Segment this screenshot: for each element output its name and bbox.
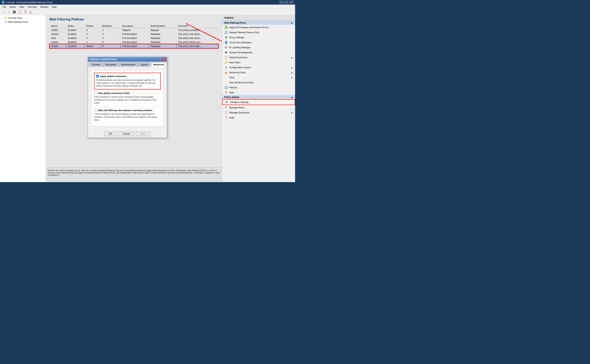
menu-help[interactable]: Help — [50, 5, 58, 9]
action-label-9: Advanced Tools — [229, 71, 245, 74]
wfp-action-item-3[interactable]: 👤 Local Users Manager... — [222, 40, 295, 45]
sidebar: ▷ 📁 Console Root ⊞ Web Filtering Proxy — [0, 15, 46, 182]
wfp-action-item-0[interactable]: ✅ Apply All Changes and Restart Service — [222, 25, 295, 30]
skip-web-filtering-checkbox[interactable] — [94, 109, 97, 111]
ok-button[interactable]: OK — [104, 131, 117, 136]
action-label-6: Global Exclusions — [229, 56, 247, 59]
tab-authentication[interactable]: Authentication — [119, 62, 138, 66]
minimize-button[interactable]: ─ — [279, 1, 283, 4]
settings-dialog: Settings of default Policy ✕ General Dec… — [88, 57, 167, 138]
window-controls[interactable]: ─ □ ✕ — [279, 1, 293, 4]
apply-global-exclusions-section: Apply global exclusions By default globa… — [94, 73, 161, 90]
submenu-arrow-8: ▶ — [291, 66, 293, 69]
action-icon-8: ℹ — [224, 66, 228, 69]
action-label-7: New Policy — [229, 61, 240, 64]
tab-bypass[interactable]: Bypass — [138, 62, 150, 66]
skip-web-filtering-label: Skip web filtering and malware scanning … — [98, 109, 152, 111]
skip-web-filtering-description: If this checkbox is set all web filterin… — [94, 113, 161, 122]
pd-action-icon-2: 📋 — [224, 111, 228, 114]
title-bar-left: 🖥 Console - [Console Root\Web Filtering … — [2, 1, 52, 4]
menu-bar: File Action View Favorites Window Help — [0, 5, 295, 9]
title-bar: 🖥 Console - [Console Root\Web Filtering … — [0, 0, 295, 5]
action-icon-6: 📋 — [224, 56, 228, 59]
wfp-action-item-8[interactable]: ℹ Configuration Guides ▶ — [222, 65, 295, 70]
maximize-button[interactable]: □ — [284, 1, 288, 4]
action-label-0: Apply All Changes and Restart Service — [229, 26, 269, 29]
view-button[interactable]: 🖼 — [12, 10, 17, 14]
cancel-button[interactable]: Cancel — [118, 131, 134, 136]
window-title: Console - [Console Root\Web Filtering Pr… — [6, 1, 52, 4]
action-icon-12: 🔃 — [224, 86, 228, 89]
close-button[interactable]: ✕ — [289, 1, 293, 4]
wfp-action-item-11[interactable]: New Window from Here — [222, 80, 295, 85]
collapse-icon: ▲ — [291, 21, 293, 24]
menu-view[interactable]: View — [18, 5, 26, 9]
pd-action-item-2[interactable]: 📋 Manage Exclusions ▶ — [222, 110, 295, 115]
action-icon-5: ✱ — [224, 51, 228, 54]
action-label-11: New Window from Here — [229, 81, 253, 84]
pd-action-item-1[interactable]: T Manage Rules... — [222, 105, 295, 110]
action-icon-11 — [224, 81, 228, 84]
collapse-icon-2: ▲ — [291, 96, 293, 98]
dialog-buttons: OK Cancel Apply — [88, 130, 167, 138]
apply-global-exclusions-checkbox[interactable] — [96, 75, 99, 78]
action-icon-13: ❓ — [224, 91, 228, 94]
wfp-action-item-2[interactable]: 🖥 Proxy Settings... — [222, 35, 295, 40]
wfp-action-item-4[interactable]: 🏷 IP Labeling Manager... — [222, 45, 295, 50]
pd-action-icon-3: ❓ — [224, 116, 228, 119]
wfp-action-item-12[interactable]: 🔃 Refresh — [222, 85, 295, 90]
action-label-3: Local Users Manager... — [229, 41, 253, 44]
svg-line-1 — [186, 23, 222, 53]
skip-connection-limits-checkbox[interactable] — [94, 92, 97, 94]
dialog-close-button[interactable]: ✕ — [162, 58, 165, 61]
action-label-4: IP Labeling Manager... — [229, 46, 252, 49]
section-divider — [94, 106, 161, 107]
menu-file[interactable]: File — [1, 5, 8, 9]
tab-decryption[interactable]: Decryption — [103, 62, 118, 66]
forward-button[interactable]: → — [6, 10, 11, 14]
console-root-label: Console Root — [8, 17, 22, 19]
wfp-action-item-7[interactable]: 🔑 New Policy — [222, 60, 295, 65]
action-icon-4: 🏷 — [224, 46, 228, 49]
sidebar-item-console-root[interactable]: ▷ 📁 Console Root — [1, 16, 45, 20]
pd-actions-list: ⚙ Configure Settings... T Manage Rules..… — [222, 99, 295, 120]
tab-advanced[interactable]: Advanced — [151, 62, 167, 67]
submenu-arrow-6: ▶ — [291, 56, 293, 59]
back-button[interactable]: ← — [1, 10, 6, 14]
action-label-10: View — [229, 76, 234, 79]
pd-action-label-3: Help — [229, 116, 234, 119]
pd-action-item-3[interactable]: ❓ Help — [222, 115, 295, 120]
action-label-13: Help — [229, 91, 234, 94]
wfp-action-item-5[interactable]: ✱ Domain Recategorizer... — [222, 50, 295, 55]
skip-web-filtering-row: Skip web filtering and malware scanning … — [94, 109, 161, 111]
pd-action-item-0[interactable]: ⚙ Configure Settings... — [222, 99, 295, 105]
skip-connection-limits-label: Skip global connection limits — [98, 92, 130, 94]
wfp-action-item-9[interactable]: 🔒 Advanced Tools ▶ — [222, 70, 295, 75]
menu-favorites[interactable]: Favorites — [26, 5, 39, 9]
skip-web-filtering-section: Skip web filtering and malware scanning … — [94, 109, 161, 122]
tab-general[interactable]: General — [90, 62, 102, 66]
wfp-action-item-13[interactable]: ❓ Help — [222, 90, 295, 95]
menu-action[interactable]: Action — [8, 5, 18, 9]
clipboard-button[interactable]: 📋 — [17, 10, 22, 14]
submenu-arrow-9: ▶ — [291, 72, 293, 74]
app-icon: 🖥 — [2, 1, 5, 4]
content-area: Web Filtering Policies Name Status Prior… — [46, 15, 222, 182]
dialog-content: Apply global exclusions By default globa… — [91, 70, 163, 126]
apply-button[interactable]: Apply — [136, 131, 151, 136]
action-icon-1: 🔄 — [224, 31, 228, 34]
wfp-action-item-1[interactable]: 🔄 Reload Filtering Policies Only — [222, 30, 295, 35]
menu-window[interactable]: Window — [39, 5, 50, 9]
wfp-action-item-10[interactable]: View ▶ — [222, 75, 295, 80]
sidebar-item-web-filtering-proxy[interactable]: ⊞ Web Filtering Proxy — [1, 20, 45, 24]
dialog-tab-bar: General Decryption Authentication Bypass… — [88, 62, 167, 67]
help-button[interactable]: ❓ — [23, 10, 28, 14]
action-icon-2: 🖥 — [224, 36, 228, 39]
action-label-2: Proxy Settings... — [229, 36, 246, 39]
folder-icon: 📁 — [4, 16, 7, 20]
properties-button[interactable]: 📰 — [28, 10, 33, 14]
wfp-actions-list: ✅ Apply All Changes and Restart Service … — [222, 25, 295, 95]
action-label-12: Refresh — [229, 86, 237, 89]
grid-icon: ⊞ — [5, 20, 7, 23]
wfp-action-item-6[interactable]: 📋 Global Exclusions ▶ — [222, 55, 295, 60]
